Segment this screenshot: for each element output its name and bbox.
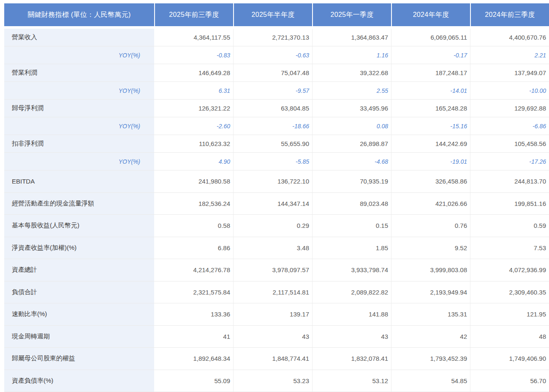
metric-value: 6.86 xyxy=(154,237,233,259)
metric-value: 1,892,648.34 xyxy=(154,348,233,370)
metric-value: 1.85 xyxy=(312,237,391,259)
metric-value: 144,242.69 xyxy=(391,135,470,152)
yoy-value: -0.17 xyxy=(391,46,470,64)
table-row-yoy: YOY(%) 4.90 -5.85 -4.68 -19.01 -17.26 xyxy=(4,153,549,170)
yoy-label: YOY(%) xyxy=(4,117,154,135)
metric-label: 基本每股收益(人民幣元) xyxy=(4,215,154,237)
metric-label: 營業收入 xyxy=(4,29,154,46)
metric-value: 6,069,065.11 xyxy=(391,29,470,46)
yoy-value: -9.57 xyxy=(233,82,312,99)
metric-label: 資產總計 xyxy=(4,259,154,281)
metric-value: 144,347.14 xyxy=(233,193,312,215)
yoy-value: -6.86 xyxy=(470,117,549,135)
yoy-value: -19.01 xyxy=(391,153,470,170)
metric-value: 48 xyxy=(470,326,549,348)
metric-value: 165,248.28 xyxy=(391,100,470,117)
metric-value: 105,458.56 xyxy=(470,135,549,152)
metric-label: 負債合計 xyxy=(4,281,154,303)
metric-value: 0.59 xyxy=(470,215,549,237)
yoy-value: -15.16 xyxy=(391,117,470,135)
yoy-value: 0.08 xyxy=(312,117,391,135)
metric-value: 43 xyxy=(312,326,391,348)
metric-value: 137,949.07 xyxy=(470,64,549,81)
metric-label: 經營活動產生的現金流量淨額 xyxy=(4,193,154,215)
metric-value: 2,193,949.94 xyxy=(391,281,470,303)
metric-value: 7.53 xyxy=(470,237,549,259)
yoy-value: -0.63 xyxy=(233,46,312,64)
metric-value: 3,933,798.74 xyxy=(312,259,391,281)
metric-value: 182,536.24 xyxy=(154,193,233,215)
metric-label: 現金周轉週期 xyxy=(4,326,154,348)
yoy-value: 1.16 xyxy=(312,46,391,64)
metric-value: 42 xyxy=(391,326,470,348)
table-row: EBITDA 241,980.58 136,722.10 70,935.19 3… xyxy=(4,170,549,193)
yoy-value: 2.55 xyxy=(312,82,391,99)
table-row: 歸屬母公司股東的權益 1,892,648.34 1,848,774.41 1,8… xyxy=(4,348,549,370)
metric-label: 扣非淨利潤 xyxy=(4,135,154,152)
yoy-value: -2.60 xyxy=(154,117,233,135)
col-header-2025-h1: 2025年半年度 xyxy=(233,3,312,26)
metric-value: 139.17 xyxy=(233,303,312,325)
yoy-value: 4.90 xyxy=(154,153,233,170)
metric-value: 1,848,774.41 xyxy=(233,348,312,370)
table-row-yoy: YOY(%) -0.83 -0.63 1.16 -0.17 2.21 xyxy=(4,46,549,64)
table-row-yoy: YOY(%) 6.31 -9.57 2.55 -14.01 -10.00 xyxy=(4,82,549,100)
metric-value: 136,722.10 xyxy=(233,170,312,192)
metric-value: 89,023.48 xyxy=(312,193,391,215)
yoy-value: -0.83 xyxy=(154,46,233,64)
metric-value: 1,832,078.41 xyxy=(312,348,391,370)
col-header-2025-q1: 2025年一季度 xyxy=(312,3,391,26)
metric-label: EBITDA xyxy=(4,170,154,192)
metric-value: 110,623.32 xyxy=(154,135,233,152)
metric-value: 3.48 xyxy=(233,237,312,259)
metric-value: 0.58 xyxy=(154,215,233,237)
table-row: 資產總計 4,214,276.78 3,978,097.57 3,933,798… xyxy=(4,259,549,281)
yoy-label: YOY(%) xyxy=(4,82,154,99)
metric-value: 4,364,117.55 xyxy=(154,29,233,46)
metric-value: 0.29 xyxy=(233,215,312,237)
metric-value: 41 xyxy=(154,326,233,348)
table-row: 淨資產收益率(加權)(%) 6.86 3.48 1.85 9.52 7.53 xyxy=(4,237,549,260)
metric-value: 2,321,575.84 xyxy=(154,281,233,303)
metric-value: 2,721,370.13 xyxy=(233,29,312,46)
metric-value: 33,495.96 xyxy=(312,100,391,117)
table-row-yoy: YOY(%) -2.60 -18.66 0.08 -15.16 -6.86 xyxy=(4,117,549,135)
metric-label: 歸屬母公司股東的權益 xyxy=(4,348,154,370)
metric-value: 199,851.16 xyxy=(470,193,549,215)
metric-value: 4,214,276.78 xyxy=(154,259,233,281)
table-row: 歸母淨利潤 126,321.22 63,804.85 33,495.96 165… xyxy=(4,100,549,117)
yoy-value: -18.66 xyxy=(233,117,312,135)
metric-value: 421,026.66 xyxy=(391,193,470,215)
metric-value: 9.52 xyxy=(391,237,470,259)
yoy-value: -4.68 xyxy=(312,153,391,170)
metric-value: 129,692.88 xyxy=(470,100,549,117)
metric-value: 187,248.17 xyxy=(391,64,470,81)
metric-value: 53.23 xyxy=(233,370,312,392)
metric-value: 121.95 xyxy=(470,303,549,325)
metric-value: 2,309,460.35 xyxy=(470,281,549,303)
metric-label: 營業利潤 xyxy=(4,64,154,81)
metric-value: 3,978,097.57 xyxy=(233,259,312,281)
metric-value: 0.76 xyxy=(391,215,470,237)
yoy-value: 2.21 xyxy=(470,46,549,64)
table-row: 營業收入 4,364,117.55 2,721,370.13 1,364,863… xyxy=(4,29,549,46)
metric-value: 126,321.22 xyxy=(154,100,233,117)
metric-value: 55.09 xyxy=(154,370,233,392)
metric-value: 39,322.68 xyxy=(312,64,391,81)
yoy-value: -14.01 xyxy=(391,82,470,99)
col-header-2024-q3: 2024年前三季度 xyxy=(470,3,549,26)
metric-value: 135.31 xyxy=(391,303,470,325)
metric-value: 70,935.19 xyxy=(312,170,391,192)
metric-value: 3,999,803.08 xyxy=(391,259,470,281)
yoy-value: -5.85 xyxy=(233,153,312,170)
table-row: 負債合計 2,321,575.84 2,117,514.81 2,089,822… xyxy=(4,281,549,304)
metric-label: 速動比率(%) xyxy=(4,303,154,325)
table-row: 資產負債率(%) 55.09 53.23 53.12 54.85 56.70 xyxy=(4,370,549,392)
metric-value: 54.85 xyxy=(391,370,470,392)
col-header-2025-q3: 2025年前三季度 xyxy=(154,3,233,26)
metric-value: 146,649.28 xyxy=(154,64,233,81)
metric-value: 1,749,406.90 xyxy=(470,348,549,370)
metric-value: 241,980.58 xyxy=(154,170,233,192)
table-title: 關鍵財務指標 (單位：人民幣萬元) xyxy=(4,3,154,26)
metric-label: 歸母淨利潤 xyxy=(4,100,154,117)
